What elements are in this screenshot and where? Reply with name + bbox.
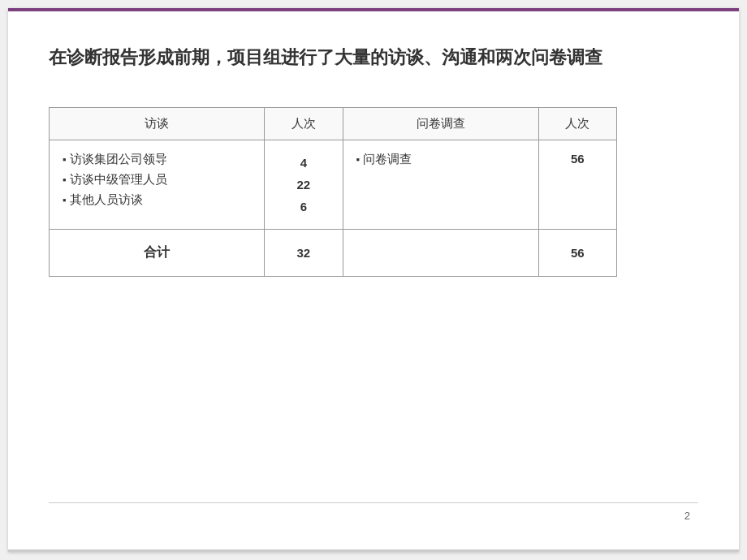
- table-total-row: 合计 32 56: [50, 230, 617, 277]
- survey-item-1: 问卷调查: [356, 152, 525, 169]
- bottom-section: 2: [49, 502, 698, 522]
- count-3: 6: [278, 196, 329, 218]
- table-data-row: 访谈集团公司领导 访谈中级管理人员 其他人员访谈 4 22: [50, 140, 617, 230]
- interview-item-3: 其他人员访谈: [63, 192, 251, 209]
- header-survey: 问卷调查: [343, 108, 538, 140]
- interview-items-cell: 访谈集团公司领导 访谈中级管理人员 其他人员访谈: [50, 140, 265, 230]
- bottom-border: [8, 549, 739, 552]
- interview-counts-cell: 4 22 6: [265, 140, 343, 230]
- count-1: 4: [278, 152, 329, 174]
- total-survey-count: 56: [538, 230, 616, 277]
- interview-item-1: 访谈集团公司领导: [63, 152, 251, 169]
- table-header-row: 访谈 人次 问卷调查 人次: [50, 108, 617, 140]
- total-interview-count: 32: [265, 230, 343, 277]
- header-count1: 人次: [265, 108, 343, 140]
- total-survey-label: [343, 230, 538, 277]
- slide-title: 在诊断报告形成前期，项目组进行了大量的访谈、沟通和两次问卷调查: [49, 44, 698, 71]
- interview-item-2: 访谈中级管理人员: [63, 172, 251, 189]
- survey-count-cell: 56: [538, 140, 616, 230]
- header-count2: 人次: [538, 108, 616, 140]
- slide-content: 在诊断报告形成前期，项目组进行了大量的访谈、沟通和两次问卷调查 访谈 人次 问卷…: [8, 11, 739, 546]
- header-interview: 访谈: [50, 108, 265, 140]
- slide: 在诊断报告形成前期，项目组进行了大量的访谈、沟通和两次问卷调查 访谈 人次 问卷…: [8, 8, 739, 552]
- total-label: 合计: [50, 230, 265, 277]
- table-wrapper: 访谈 人次 问卷调查 人次 访谈集团公司领导 访谈中级管理人员: [49, 107, 698, 277]
- page-number: 2: [684, 510, 690, 522]
- data-table: 访谈 人次 问卷调查 人次 访谈集团公司领导 访谈中级管理人员: [49, 107, 617, 277]
- survey-items-cell: 问卷调查: [343, 140, 538, 230]
- survey-count-value: 56: [571, 152, 585, 166]
- count-2: 22: [278, 174, 329, 196]
